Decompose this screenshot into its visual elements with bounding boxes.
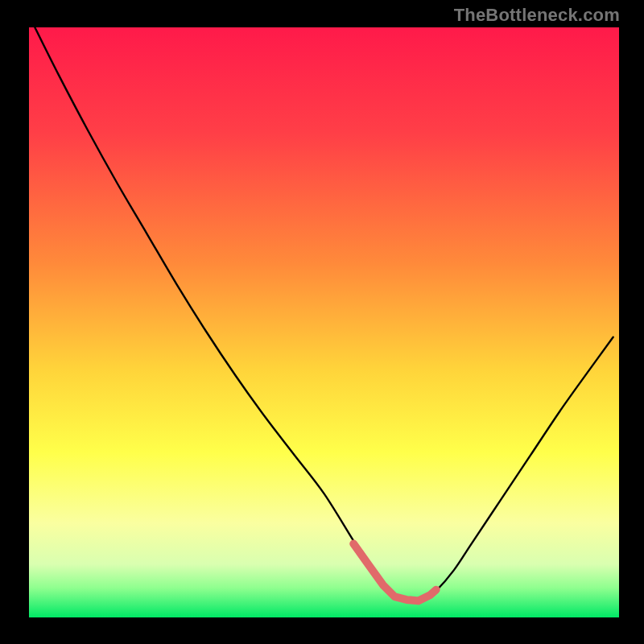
attribution-text: TheBottleneck.com	[454, 5, 620, 26]
gradient-fill	[29, 27, 619, 617]
chart-container: TheBottleneck.com	[0, 0, 644, 644]
plot-area	[29, 27, 619, 617]
